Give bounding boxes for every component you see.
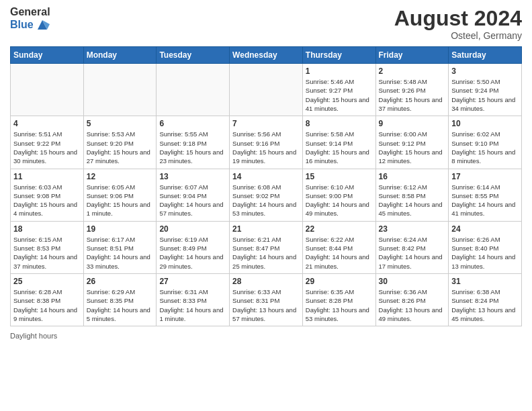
day-info: Sunrise: 6:10 AM Sunset: 9:00 PM Dayligh… — [306, 183, 373, 218]
table-row: 31Sunrise: 6:38 AM Sunset: 8:24 PM Dayli… — [449, 273, 522, 326]
day-number: 3 — [451, 66, 519, 76]
day-number: 6 — [159, 119, 226, 128]
table-row: 20Sunrise: 6:19 AM Sunset: 8:49 PM Dayli… — [157, 221, 230, 273]
day-number: 28 — [232, 277, 300, 286]
day-info: Sunrise: 6:03 AM Sunset: 9:08 PM Dayligh… — [13, 183, 81, 218]
day-info: Sunrise: 6:24 AM Sunset: 8:42 PM Dayligh… — [379, 235, 446, 271]
header: General Blue August 2024 Osteel, Germany — [10, 7, 522, 41]
table-row: 19Sunrise: 6:17 AM Sunset: 8:51 PM Dayli… — [83, 221, 157, 273]
day-number: 31 — [451, 277, 519, 286]
day-info: Sunrise: 5:53 AM Sunset: 9:20 PM Dayligh… — [87, 130, 154, 165]
day-info: Sunrise: 5:50 AM Sunset: 9:24 PM Dayligh… — [451, 77, 519, 113]
calendar-table: Sunday Monday Tuesday Wednesday Thursday… — [10, 46, 522, 326]
day-number: 16 — [379, 172, 446, 181]
table-row: 12Sunrise: 6:05 AM Sunset: 9:06 PM Dayli… — [83, 169, 157, 221]
table-row: 3Sunrise: 5:50 AM Sunset: 9:24 PM Daylig… — [449, 64, 522, 116]
day-number: 26 — [87, 277, 154, 286]
col-saturday: Saturday — [449, 47, 522, 64]
table-row: 17Sunrise: 6:14 AM Sunset: 8:55 PM Dayli… — [449, 169, 522, 221]
table-row: 21Sunrise: 6:21 AM Sunset: 8:47 PM Dayli… — [230, 221, 303, 273]
col-monday: Monday — [83, 47, 157, 64]
day-number: 25 — [13, 277, 81, 286]
day-info: Sunrise: 6:36 AM Sunset: 8:26 PM Dayligh… — [379, 287, 446, 323]
location: Osteel, Germany — [394, 30, 522, 41]
footer: Daylight hours — [10, 332, 522, 340]
month-year: August 2024 — [394, 7, 522, 30]
day-number: 5 — [87, 119, 154, 128]
week-row-2: 4Sunrise: 5:51 AM Sunset: 9:22 PM Daylig… — [11, 116, 522, 169]
table-row: 24Sunrise: 6:26 AM Sunset: 8:40 PM Dayli… — [449, 221, 522, 273]
week-row-1: 1Sunrise: 5:46 AM Sunset: 9:27 PM Daylig… — [11, 64, 522, 116]
title-block: August 2024 Osteel, Germany — [394, 7, 522, 41]
day-info: Sunrise: 6:22 AM Sunset: 8:44 PM Dayligh… — [306, 235, 373, 271]
col-sunday: Sunday — [11, 47, 84, 64]
day-number: 11 — [13, 172, 81, 181]
table-row — [11, 64, 84, 116]
table-row: 23Sunrise: 6:24 AM Sunset: 8:42 PM Dayli… — [375, 221, 449, 273]
page: General Blue August 2024 Osteel, Germany… — [0, 0, 532, 411]
day-number: 7 — [232, 119, 300, 128]
table-row: 9Sunrise: 6:00 AM Sunset: 9:12 PM Daylig… — [375, 116, 449, 169]
table-row: 25Sunrise: 6:28 AM Sunset: 8:38 PM Dayli… — [11, 273, 84, 326]
day-info: Sunrise: 6:05 AM Sunset: 9:06 PM Dayligh… — [87, 183, 154, 218]
table-row: 15Sunrise: 6:10 AM Sunset: 9:00 PM Dayli… — [302, 169, 375, 221]
table-row: 1Sunrise: 5:46 AM Sunset: 9:27 PM Daylig… — [302, 64, 375, 116]
day-info: Sunrise: 6:35 AM Sunset: 8:28 PM Dayligh… — [306, 287, 373, 323]
table-row — [230, 64, 303, 116]
day-number: 17 — [451, 172, 519, 181]
table-row: 11Sunrise: 6:03 AM Sunset: 9:08 PM Dayli… — [11, 169, 84, 221]
table-row: 14Sunrise: 6:08 AM Sunset: 9:02 PM Dayli… — [230, 169, 303, 221]
day-number: 13 — [159, 172, 226, 181]
day-info: Sunrise: 6:31 AM Sunset: 8:33 PM Dayligh… — [159, 287, 226, 323]
daylight-hours-label: Daylight hours — [10, 332, 57, 340]
day-number: 19 — [87, 224, 154, 234]
day-number: 4 — [13, 119, 81, 128]
table-row: 18Sunrise: 6:15 AM Sunset: 8:53 PM Dayli… — [11, 221, 84, 273]
logo-icon — [35, 17, 50, 32]
day-info: Sunrise: 6:19 AM Sunset: 8:49 PM Dayligh… — [159, 235, 226, 271]
table-row: 26Sunrise: 6:29 AM Sunset: 8:35 PM Dayli… — [83, 273, 157, 326]
day-number: 21 — [232, 224, 300, 234]
day-number: 30 — [379, 277, 446, 286]
day-info: Sunrise: 5:48 AM Sunset: 9:26 PM Dayligh… — [379, 77, 446, 113]
col-tuesday: Tuesday — [157, 47, 230, 64]
week-row-4: 18Sunrise: 6:15 AM Sunset: 8:53 PM Dayli… — [11, 221, 522, 273]
day-number: 20 — [159, 224, 226, 234]
table-row: 10Sunrise: 6:02 AM Sunset: 9:10 PM Dayli… — [449, 116, 522, 169]
day-info: Sunrise: 6:29 AM Sunset: 8:35 PM Dayligh… — [87, 287, 154, 323]
day-info: Sunrise: 6:15 AM Sunset: 8:53 PM Dayligh… — [13, 235, 81, 271]
table-row: 7Sunrise: 5:56 AM Sunset: 9:16 PM Daylig… — [230, 116, 303, 169]
table-row: 2Sunrise: 5:48 AM Sunset: 9:26 PM Daylig… — [375, 64, 449, 116]
day-info: Sunrise: 6:12 AM Sunset: 8:58 PM Dayligh… — [379, 183, 446, 218]
table-row: 8Sunrise: 5:58 AM Sunset: 9:14 PM Daylig… — [302, 116, 375, 169]
day-number: 8 — [306, 119, 373, 128]
day-number: 22 — [306, 224, 373, 234]
day-info: Sunrise: 6:00 AM Sunset: 9:12 PM Dayligh… — [379, 130, 446, 165]
day-info: Sunrise: 5:58 AM Sunset: 9:14 PM Dayligh… — [306, 130, 373, 165]
col-wednesday: Wednesday — [230, 47, 303, 64]
week-row-5: 25Sunrise: 6:28 AM Sunset: 8:38 PM Dayli… — [11, 273, 522, 326]
day-number: 1 — [306, 66, 373, 76]
day-info: Sunrise: 5:55 AM Sunset: 9:18 PM Dayligh… — [159, 130, 226, 165]
header-row: Sunday Monday Tuesday Wednesday Thursday… — [11, 47, 522, 64]
day-info: Sunrise: 6:38 AM Sunset: 8:24 PM Dayligh… — [451, 287, 519, 323]
table-row: 22Sunrise: 6:22 AM Sunset: 8:44 PM Dayli… — [302, 221, 375, 273]
day-number: 23 — [379, 224, 446, 234]
day-info: Sunrise: 5:46 AM Sunset: 9:27 PM Dayligh… — [306, 77, 373, 113]
day-number: 15 — [306, 172, 373, 181]
day-info: Sunrise: 6:28 AM Sunset: 8:38 PM Dayligh… — [13, 287, 81, 323]
day-info: Sunrise: 6:08 AM Sunset: 9:02 PM Dayligh… — [232, 183, 300, 218]
week-row-3: 11Sunrise: 6:03 AM Sunset: 9:08 PM Dayli… — [11, 169, 522, 221]
day-number: 12 — [87, 172, 154, 181]
logo-blue: Blue — [10, 19, 34, 30]
day-number: 29 — [306, 277, 373, 286]
day-info: Sunrise: 6:17 AM Sunset: 8:51 PM Dayligh… — [87, 235, 154, 271]
table-row: 6Sunrise: 5:55 AM Sunset: 9:18 PM Daylig… — [157, 116, 230, 169]
table-row — [157, 64, 230, 116]
table-row: 16Sunrise: 6:12 AM Sunset: 8:58 PM Dayli… — [375, 169, 449, 221]
table-row: 27Sunrise: 6:31 AM Sunset: 8:33 PM Dayli… — [157, 273, 230, 326]
day-info: Sunrise: 6:14 AM Sunset: 8:55 PM Dayligh… — [451, 183, 519, 218]
table-row — [83, 64, 157, 116]
col-thursday: Thursday — [302, 47, 375, 64]
day-info: Sunrise: 6:33 AM Sunset: 8:31 PM Dayligh… — [232, 287, 300, 323]
